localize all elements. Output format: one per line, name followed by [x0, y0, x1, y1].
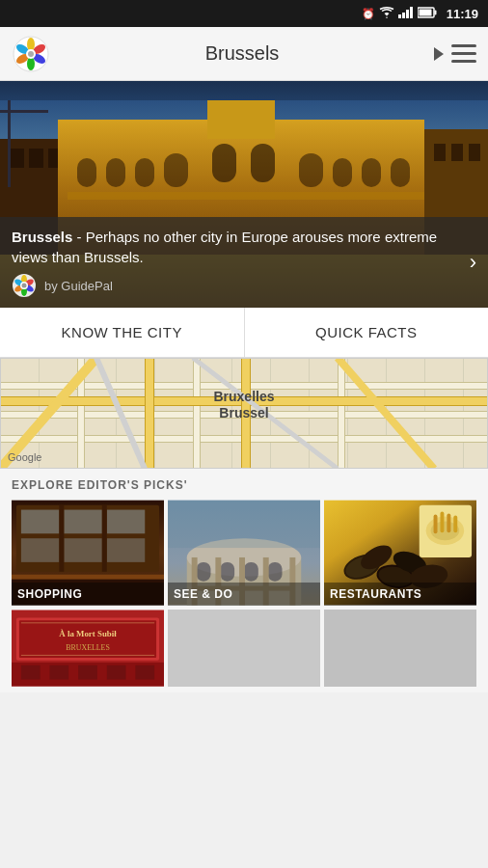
- svg-rect-29: [251, 144, 275, 182]
- svg-rect-79: [168, 501, 320, 548]
- svg-rect-63: [102, 505, 107, 572]
- svg-rect-100: [21, 622, 154, 623]
- svg-rect-40: [0, 110, 48, 113]
- svg-rect-92: [440, 512, 444, 533]
- status-bar: ⏰ 11:19: [0, 0, 488, 27]
- wifi-icon: [379, 7, 394, 20]
- svg-rect-101: [21, 655, 154, 656]
- status-icons: ⏰ 11:19: [362, 7, 478, 21]
- shopping-thumbnail[interactable]: SHOPPING: [12, 500, 164, 606]
- svg-rect-26: [135, 158, 154, 187]
- thumbnail-grid-bottom: À la Mort Subił BRUXELLES: [12, 610, 476, 687]
- svg-rect-70: [220, 562, 234, 582]
- svg-rect-1: [402, 13, 405, 18]
- know-the-city-tab[interactable]: KNOW THE CITY: [0, 308, 245, 357]
- svg-rect-3: [410, 7, 413, 18]
- svg-point-8: [27, 38, 35, 51]
- app-logo: [12, 35, 50, 73]
- svg-rect-31: [333, 158, 352, 187]
- svg-line-52: [338, 358, 434, 469]
- svg-rect-57: [64, 510, 102, 534]
- svg-rect-32: [362, 158, 381, 187]
- svg-point-11: [27, 57, 35, 70]
- svg-rect-59: [21, 538, 60, 562]
- svg-rect-72: [268, 562, 283, 582]
- svg-rect-37: [451, 144, 463, 161]
- see-and-do-thumbnail[interactable]: SEE & DO: [168, 500, 320, 606]
- map-background: Bruxelles Brussel Google: [0, 358, 488, 469]
- thumbnail-grid: SHOPPING: [12, 500, 476, 606]
- svg-rect-38: [469, 144, 480, 161]
- svg-rect-18: [10, 149, 24, 168]
- hero-description-text: - Perhaps no other city in Europe arouse…: [12, 229, 437, 265]
- svg-rect-61: [107, 538, 146, 562]
- svg-rect-19: [29, 149, 43, 168]
- svg-text:BRUXELLES: BRUXELLES: [66, 643, 110, 652]
- svg-rect-104: [50, 665, 69, 680]
- shopping-label: SHOPPING: [12, 583, 164, 606]
- svg-rect-25: [106, 158, 125, 187]
- svg-rect-56: [21, 510, 60, 534]
- svg-rect-97: [19, 620, 156, 658]
- google-attribution: Google: [8, 451, 41, 463]
- svg-point-15: [28, 51, 34, 57]
- hero-section: Brussels - Perhaps no other city in Euro…: [0, 81, 488, 308]
- svg-rect-6: [419, 10, 431, 16]
- svg-rect-2: [406, 10, 409, 18]
- svg-rect-34: [68, 192, 424, 200]
- svg-rect-5: [434, 11, 436, 15]
- bar-image: À la Mort Subił BRUXELLES: [12, 610, 164, 687]
- svg-rect-65: [12, 575, 164, 580]
- hamburger-line-3: [451, 60, 476, 63]
- battery-icon: [418, 7, 437, 20]
- bar-thumbnail[interactable]: À la Mort Subił BRUXELLES: [12, 610, 164, 687]
- restaurants-label: RESTAURANTS: [324, 583, 476, 606]
- explore-title: EXPLORE EDITOR'S PICKS': [12, 478, 476, 492]
- svg-rect-0: [398, 14, 401, 18]
- hamburger-line-2: [451, 52, 476, 55]
- tab-buttons: KNOW THE CITY QUICK FACTS: [0, 308, 488, 358]
- alarm-icon: ⏰: [362, 8, 375, 20]
- svg-rect-36: [434, 144, 446, 161]
- bottom-thumbnail-2[interactable]: [168, 610, 320, 687]
- hero-text-content: Brussels - Perhaps no other city in Euro…: [12, 227, 462, 298]
- explore-section: EXPLORE EDITOR'S PICKS': [0, 469, 488, 692]
- svg-rect-60: [64, 538, 102, 562]
- svg-rect-69: [197, 562, 211, 582]
- svg-rect-27: [164, 153, 188, 187]
- svg-rect-28: [212, 144, 236, 182]
- hero-description: Brussels - Perhaps no other city in Euro…: [12, 227, 462, 267]
- svg-rect-39: [8, 100, 11, 187]
- restaurants-thumbnail[interactable]: RESTAURANTS: [324, 500, 476, 606]
- map-city-label: Bruxelles Brussel: [213, 389, 274, 421]
- page-title: Brussels: [50, 42, 434, 65]
- svg-line-51: [96, 358, 145, 469]
- nav-bar: Brussels: [0, 27, 488, 81]
- hamburger-line-1: [451, 44, 476, 47]
- menu-button[interactable]: [451, 44, 476, 63]
- svg-rect-30: [299, 153, 323, 187]
- svg-rect-24: [77, 158, 96, 187]
- svg-rect-58: [107, 510, 146, 534]
- svg-rect-93: [447, 514, 450, 533]
- hero-text-overlay[interactable]: Brussels - Perhaps no other city in Euro…: [0, 217, 488, 308]
- svg-rect-71: [244, 562, 258, 582]
- bottom-thumbnail-3[interactable]: [324, 610, 476, 687]
- svg-rect-22: [207, 100, 275, 139]
- svg-rect-91: [434, 515, 438, 534]
- empty-thumb: [168, 610, 320, 687]
- status-time: 11:19: [447, 7, 478, 21]
- svg-text:À la Mort Subił: À la Mort Subił: [59, 629, 117, 638]
- svg-rect-105: [78, 665, 97, 680]
- svg-rect-103: [21, 665, 41, 680]
- hero-city-name: Brussels: [12, 229, 72, 245]
- guidepal-logo: [12, 273, 37, 298]
- svg-rect-94: [453, 515, 457, 532]
- guidepal-badge: by GuidePal: [12, 273, 462, 298]
- hero-chevron-icon[interactable]: ›: [462, 250, 476, 275]
- map-section[interactable]: Bruxelles Brussel Google: [0, 358, 488, 469]
- nav-right: [434, 44, 476, 63]
- signal-icon: [398, 7, 414, 20]
- empty-thumb-3: [324, 610, 476, 687]
- quick-facts-tab[interactable]: QUICK FACTS: [245, 308, 489, 357]
